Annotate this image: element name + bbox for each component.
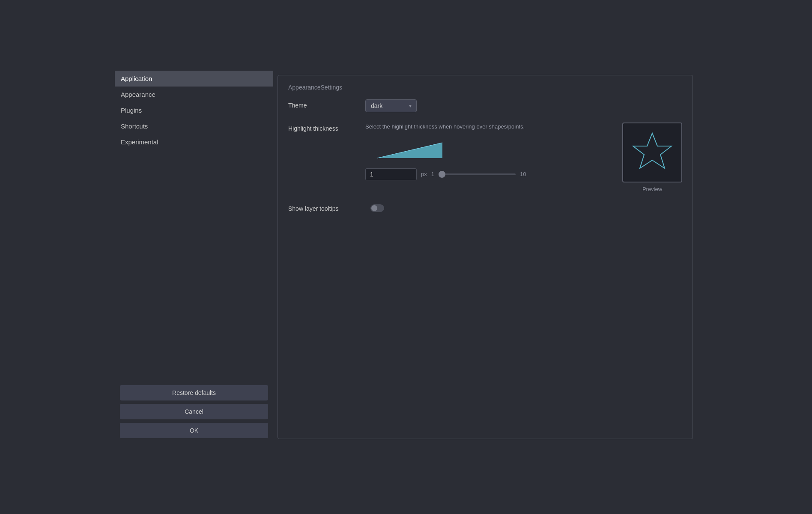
preview-area: Preview [622,123,682,192]
thickness-visual [374,140,609,162]
theme-setting-row: Theme dark light system [288,99,682,112]
sidebar: Application Appearance Plugins Shortcuts… [115,71,273,443]
sidebar-item-appearance[interactable]: Appearance [115,87,273,102]
restore-defaults-button[interactable]: Restore defaults [120,385,268,400]
thickness-slider[interactable] [439,173,516,175]
theme-select-wrapper[interactable]: dark light system [365,99,417,112]
sidebar-item-application[interactable]: Application [115,71,273,87]
thickness-controls-area: Select the highlight thickness when hove… [365,123,609,180]
ok-button[interactable]: OK [120,423,268,438]
thickness-wedge-svg [374,140,442,161]
panel-title: AppearanceSettings [288,84,682,91]
thickness-input[interactable] [365,168,417,180]
cancel-button[interactable]: Cancel [120,404,268,419]
theme-label: Theme [288,99,365,109]
show-layer-tooltips-label: Show layer tooltips [288,203,365,212]
sidebar-footer: Restore defaults Cancel OK [115,380,273,443]
highlight-controls: px 1 10 [365,168,609,180]
show-layer-tooltips-toggle[interactable] [370,204,384,212]
show-layer-tooltips-control [370,203,682,212]
sidebar-item-plugins[interactable]: Plugins [115,102,273,118]
main-content: AppearanceSettings Theme dark light syst… [273,71,697,443]
sidebar-item-shortcuts[interactable]: Shortcuts [115,118,273,134]
theme-control: dark light system [365,99,682,112]
sidebar-nav: Application Appearance Plugins Shortcuts… [115,71,273,380]
highlight-thickness-row: Highlight thickness Select the highlight… [288,123,682,192]
px-label: px [421,171,427,177]
highlight-thickness-control: Select the highlight thickness when hove… [365,123,682,192]
dialog: Application Appearance Plugins Shortcuts… [115,71,697,443]
highlight-description: Select the highlight thickness when hove… [365,123,562,131]
range-max-label: 10 [520,171,526,177]
show-layer-tooltips-row: Show layer tooltips [288,203,682,212]
sidebar-item-experimental[interactable]: Experimental [115,134,273,150]
theme-select[interactable]: dark light system [365,99,417,112]
preview-label: Preview [642,186,662,192]
preview-star-svg [629,129,676,176]
svg-marker-2 [633,133,672,168]
settings-panel: AppearanceSettings Theme dark light syst… [278,75,693,439]
highlight-thickness-label: Highlight thickness [288,123,365,132]
thickness-and-preview: Select the highlight thickness when hove… [365,123,682,192]
range-min-label: 1 [431,171,434,177]
preview-box [622,123,682,182]
